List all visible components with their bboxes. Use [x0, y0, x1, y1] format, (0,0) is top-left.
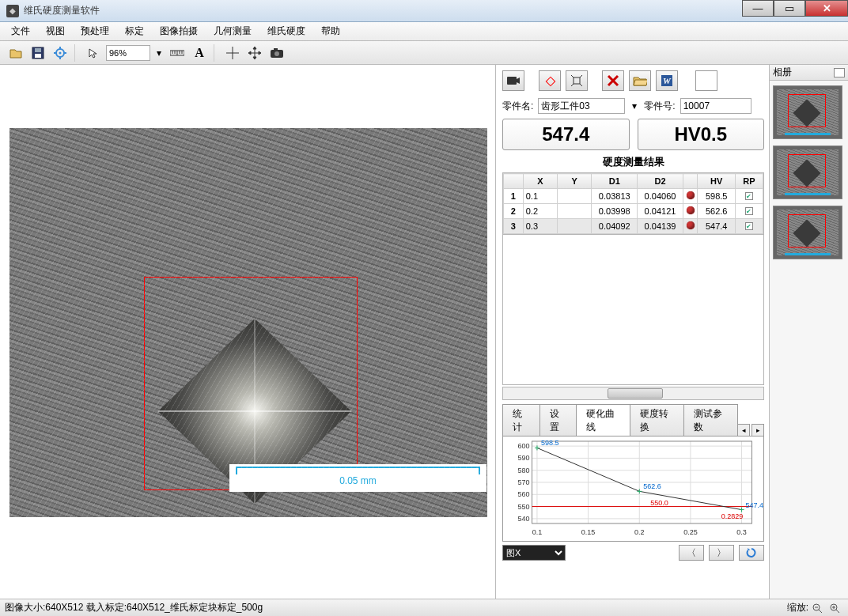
menu-capture[interactable]: 图像拍摄 — [152, 22, 206, 40]
window-title: 维氏硬度测量软件 — [24, 4, 100, 17]
diamond-detect-icon[interactable] — [539, 70, 561, 91]
tab-hardening-curve[interactable]: 硬化曲线 — [576, 404, 630, 437]
minimize-button[interactable]: — — [742, 0, 774, 17]
tab-test-params[interactable]: 测试参数 — [683, 404, 738, 436]
svg-marker-73 — [793, 99, 820, 127]
table-row[interactable]: 30.30.040920.04139547.4 — [504, 219, 763, 234]
roi-rectangle[interactable] — [144, 277, 358, 490]
svg-point-20 — [274, 51, 279, 56]
tab-scroll-right[interactable]: ▸ — [751, 424, 764, 436]
tab-scroll-left[interactable]: ◂ — [737, 424, 750, 436]
menu-geometry[interactable]: 几何测量 — [206, 22, 259, 40]
tab-settings[interactable]: 设置 — [539, 404, 577, 436]
svg-text:W: W — [663, 76, 672, 85]
chart-prev-button[interactable]: 〈 — [679, 545, 704, 561]
menu-preprocess[interactable]: 预处理 — [73, 22, 117, 40]
menu-vickers[interactable]: 维氏硬度 — [259, 22, 313, 40]
chart-refresh-button[interactable] — [739, 545, 764, 561]
text-icon[interactable]: A — [190, 43, 209, 62]
table-row[interactable]: 10.10.038130.04060598.5 — [504, 189, 763, 204]
zoom-select[interactable] — [106, 45, 150, 61]
menu-view[interactable]: 视图 — [38, 22, 73, 40]
part-number-input[interactable] — [680, 98, 751, 114]
crosshair-icon[interactable] — [223, 43, 242, 62]
pointer-icon[interactable] — [84, 43, 103, 62]
titlebar: ◆ 维氏硬度测量软件 — ▭ ✕ — [0, 0, 848, 22]
app-icon: ◆ — [6, 5, 19, 17]
settings-icon[interactable] — [51, 43, 70, 62]
tabs-row: 统计 设置 硬化曲线 硬度转换 测试参数 ◂ ▸ — [502, 403, 764, 436]
measurement-panel: W 零件名: ▾ 零件号: 547.4 HV0.5 硬度测量结果 — [495, 65, 769, 599]
close-button[interactable]: ✕ — [805, 0, 848, 17]
chart-next-button[interactable]: 〉 — [709, 545, 734, 561]
table-hscroll[interactable] — [502, 387, 764, 400]
album-thumb[interactable] — [773, 145, 842, 199]
svg-text:600: 600 — [517, 442, 529, 450]
svg-rect-21 — [274, 48, 278, 51]
th-x[interactable]: X — [523, 174, 557, 189]
folder-open-icon[interactable] — [629, 70, 651, 91]
svg-text:580: 580 — [517, 467, 529, 474]
album-thumb[interactable] — [773, 85, 842, 139]
ruler-icon[interactable] — [168, 43, 187, 62]
menu-help[interactable]: 帮助 — [313, 22, 348, 40]
hardening-chart: 5405505605705805906000.10.150.20.250.355… — [502, 436, 764, 542]
zoom-dropdown-icon[interactable]: ▾ — [153, 43, 165, 62]
svg-text:550.0: 550.0 — [650, 499, 668, 507]
th-rp[interactable]: RP — [735, 174, 763, 189]
th-index[interactable] — [504, 174, 524, 189]
open-icon[interactable] — [6, 43, 25, 62]
camera-icon[interactable] — [267, 43, 286, 62]
svg-line-30 — [571, 84, 574, 86]
th-hv[interactable]: HV — [698, 174, 735, 189]
image-panel[interactable]: 0.05 mm — [0, 65, 495, 599]
maximize-button[interactable]: ▭ — [774, 0, 805, 17]
menubar: 文件 视图 预处理 标定 图像拍摄 几何测量 维氏硬度 帮助 — [0, 22, 848, 41]
svg-rect-1 — [35, 54, 41, 58]
svg-rect-25 — [507, 77, 517, 85]
svg-text:540: 540 — [517, 515, 529, 523]
svg-text:0.15: 0.15 — [581, 528, 596, 536]
th-marker[interactable] — [683, 174, 698, 189]
status-text: 图像大小:640X512 载入标定:640X512_维氏标定块标定_500g — [5, 601, 263, 614]
part-number-label: 零件号: — [644, 100, 675, 113]
svg-line-77 — [819, 610, 822, 613]
menu-calibrate[interactable]: 标定 — [117, 22, 152, 40]
svg-line-31 — [580, 84, 582, 86]
zoom-in-icon[interactable] — [828, 602, 841, 614]
th-y[interactable]: Y — [558, 174, 592, 189]
album-title: 相册 — [773, 66, 792, 79]
svg-text:598.5: 598.5 — [541, 439, 559, 447]
album-thumb[interactable] — [773, 206, 842, 259]
svg-text:0.2: 0.2 — [634, 528, 645, 536]
svg-text:562.6: 562.6 — [643, 482, 661, 490]
svg-text:0.25: 0.25 — [683, 528, 698, 536]
statusbar: 图像大小:640X512 载入标定:640X512_维氏标定块标定_500g 缩… — [0, 599, 848, 616]
th-d1[interactable]: D1 — [592, 174, 638, 189]
tab-stats[interactable]: 统计 — [502, 404, 540, 436]
table-row[interactable]: 20.20.039980.04121562.6 — [504, 204, 763, 219]
delete-icon[interactable] — [602, 70, 624, 91]
th-d2[interactable]: D2 — [638, 174, 683, 189]
svg-line-28 — [571, 75, 574, 77]
video-icon[interactable] — [502, 70, 524, 91]
hv-value-display: 547.4 — [502, 119, 630, 150]
part-name-select[interactable] — [538, 98, 625, 114]
result-title: 硬度测量结果 — [502, 155, 764, 169]
album-popout-icon[interactable] — [834, 68, 845, 77]
blank-button[interactable] — [695, 70, 717, 91]
move-icon[interactable] — [245, 43, 264, 62]
tab-convert[interactable]: 硬度转换 — [630, 404, 684, 436]
save-icon[interactable] — [28, 43, 47, 62]
chart-axis-select[interactable]: 图X — [502, 545, 566, 561]
album-panel: 相册 — [769, 65, 848, 599]
menu-file[interactable]: 文件 — [3, 22, 38, 40]
result-table[interactable]: X Y D1 D2 HV RP 10.10.038130.04060598.52… — [502, 172, 764, 235]
svg-point-4 — [59, 51, 62, 54]
zoom-out-icon[interactable] — [811, 602, 823, 614]
hv-scale-display: HV0.5 — [638, 119, 765, 150]
expand-icon[interactable] — [566, 70, 588, 91]
word-export-icon[interactable]: W — [656, 70, 678, 91]
scale-label: 0.05 mm — [229, 475, 486, 486]
table-empty-area — [502, 235, 764, 385]
